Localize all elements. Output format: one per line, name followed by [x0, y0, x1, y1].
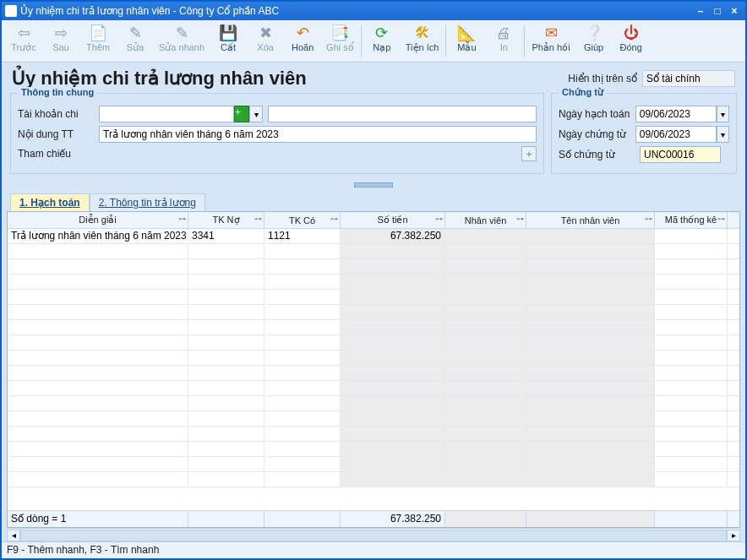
- table-row[interactable]: [8, 275, 739, 290]
- account-add-button[interactable]: +: [234, 106, 249, 122]
- tools-icon: 🛠: [413, 24, 432, 42]
- save-icon: 💾: [219, 24, 237, 42]
- window-title: Ủy nhiệm chi trả lương nhân viên - Công …: [20, 5, 279, 17]
- toolbar-close[interactable]: ⏻Đóng: [613, 22, 650, 54]
- toolbar-help[interactable]: ❔Giúp: [575, 22, 613, 54]
- col-nhan-vien[interactable]: Nhân viên⊶: [445, 212, 526, 228]
- scroll-track[interactable]: [20, 530, 727, 541]
- toolbar-save[interactable]: 💾Cất: [210, 22, 247, 55]
- splitter-bar[interactable]: [2, 179, 745, 191]
- table-row[interactable]: [8, 290, 739, 305]
- window-close-button[interactable]: ×: [727, 5, 742, 17]
- toolbar-prev[interactable]: ⇦Trước: [5, 22, 42, 55]
- table-row[interactable]: [8, 381, 739, 396]
- toolbar-delete[interactable]: ✖Xóa: [247, 22, 284, 54]
- toolbar-edit[interactable]: ✎Sửa: [117, 22, 154, 55]
- table-row[interactable]: [8, 320, 739, 335]
- acc-date-dropdown[interactable]: ▾: [717, 106, 729, 122]
- undo-icon: ↶: [293, 24, 312, 42]
- group-voucher: Chứng từ Ngày hạch toán ▾ Ngày chứng từ …: [551, 93, 737, 174]
- toolbar-undo[interactable]: ↶Hoãn: [284, 22, 321, 54]
- toolbar-add[interactable]: 📄Thêm: [79, 22, 117, 54]
- table-row[interactable]: [8, 396, 739, 411]
- ledger-icon: 📑: [330, 24, 349, 42]
- display-on-label: Hiển thị trên sổ: [568, 73, 637, 84]
- splitter-handle-icon: [354, 182, 393, 188]
- group-voucher-legend: Chứng từ: [559, 87, 607, 98]
- acc-date-input[interactable]: [635, 106, 717, 122]
- file-add-icon: 📄: [89, 24, 107, 42]
- table-row[interactable]: [8, 427, 739, 442]
- voucher-no-input[interactable]: [640, 146, 721, 163]
- grid-hscrollbar[interactable]: ◂ ▸: [7, 528, 740, 541]
- scroll-right-icon[interactable]: ▸: [727, 530, 740, 541]
- app-icon: [5, 5, 17, 17]
- account-desc-input[interactable]: [268, 106, 537, 122]
- quick-edit-icon: ✎: [172, 24, 191, 42]
- col-ten-nv[interactable]: Tên nhân viên⊶: [526, 212, 655, 228]
- toolbar-reload[interactable]: ⟳Nạp: [363, 22, 401, 55]
- tabs: 1. Hạch toán 2. Thông tin trả lương: [2, 191, 745, 211]
- arrow-left-icon: ⇦: [14, 24, 33, 42]
- ruler-icon: 📐: [457, 24, 476, 42]
- scroll-left-icon[interactable]: ◂: [7, 530, 20, 541]
- col-tk-co[interactable]: TK Có⊶: [264, 212, 341, 228]
- account-input[interactable]: [99, 106, 234, 122]
- col-ma-tk[interactable]: Mã thống kê⊶: [655, 212, 728, 228]
- table-row[interactable]: [8, 259, 739, 275]
- edit-icon: ✎: [126, 24, 144, 42]
- help-icon: ❔: [585, 24, 603, 42]
- pin-icon: ⊶: [178, 215, 186, 223]
- grid-body[interactable]: Trả lương nhân viên tháng 6 năm 20233341…: [8, 229, 739, 510]
- toolbar-next[interactable]: ⇨Sau: [42, 22, 79, 54]
- toolbar-template[interactable]: 📐Mẫu: [448, 22, 485, 55]
- pin-icon: ⊶: [254, 215, 262, 223]
- account-label: Tài khoản chi: [18, 108, 99, 120]
- account-dropdown-button[interactable]: ▾: [249, 106, 263, 122]
- table-row[interactable]: [8, 244, 739, 259]
- mail-icon: ✉: [542, 24, 560, 42]
- col-dien-giai[interactable]: Diễn giải⊶: [8, 212, 188, 228]
- table-row[interactable]: [8, 457, 739, 472]
- pin-icon: ⊶: [645, 215, 652, 223]
- toolbar-quickedit[interactable]: ✎Sửa nhanh: [154, 22, 210, 55]
- tab-ttluong[interactable]: 2. Thông tin trả lương: [90, 193, 205, 211]
- window-maximize-button[interactable]: □: [710, 5, 725, 17]
- statusbar: F9 - Thêm nhanh, F3 - Tìm nhanh: [2, 541, 745, 558]
- col-so-tien[interactable]: Số tiền⊶: [341, 212, 445, 228]
- voucher-date-label: Ngày chứng từ: [559, 128, 635, 140]
- voucher-date-dropdown[interactable]: ▾: [717, 126, 729, 143]
- header-row: Ủy nhiệm chi trả lương nhân viên Hiển th…: [2, 63, 745, 93]
- toolbar-separator: [524, 25, 525, 57]
- table-row[interactable]: [8, 305, 739, 320]
- toolbar-separator: [361, 25, 362, 57]
- col-tk-no[interactable]: TK Nợ⊶: [188, 212, 264, 228]
- voucher-date-input[interactable]: [635, 126, 717, 143]
- ref-add-button[interactable]: ＋: [521, 146, 537, 161]
- acc-date-label: Ngày hạch toán: [559, 108, 635, 120]
- toolbar-post[interactable]: 📑Ghi sổ: [321, 22, 359, 55]
- content-input[interactable]: [99, 126, 537, 143]
- delete-icon: ✖: [256, 24, 275, 42]
- table-row[interactable]: [8, 351, 739, 366]
- toolbar-separator: [445, 25, 446, 57]
- arrow-right-icon: ⇨: [52, 24, 70, 42]
- tab-hachtoan[interactable]: 1. Hạch toán: [10, 193, 90, 211]
- window-minimize-button[interactable]: –: [693, 5, 708, 17]
- power-icon: ⏻: [622, 24, 641, 42]
- pin-icon: ⊶: [435, 215, 443, 223]
- toolbar-print[interactable]: 🖨In: [485, 22, 522, 54]
- table-row[interactable]: [8, 411, 739, 427]
- toolbar-feedback[interactable]: ✉Phản hồi: [526, 22, 575, 55]
- table-row[interactable]: [8, 335, 739, 351]
- table-row[interactable]: [8, 366, 739, 381]
- table-row[interactable]: [8, 442, 739, 457]
- pin-icon: ⊶: [717, 215, 725, 223]
- app-window: Ủy nhiệm chi trả lương nhân viên - Công …: [0, 0, 747, 560]
- table-row[interactable]: [8, 472, 739, 487]
- grid: Diễn giải⊶ TK Nợ⊶ TK Có⊶ Số tiền⊶ Nhân v…: [7, 211, 740, 528]
- table-row[interactable]: Trả lương nhân viên tháng 6 năm 20233341…: [8, 229, 739, 244]
- display-on-field[interactable]: [642, 70, 735, 87]
- printer-icon: 🖨: [494, 24, 513, 42]
- toolbar-utility[interactable]: 🛠Tiện ích: [401, 22, 444, 55]
